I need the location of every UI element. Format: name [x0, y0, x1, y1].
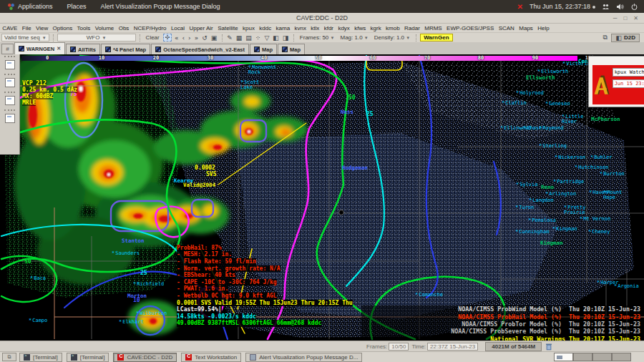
multi-pane-icon[interactable]: ◨: [281, 34, 290, 41]
menu-item[interactable]: View: [34, 25, 51, 31]
menu-item[interactable]: Volume: [92, 25, 116, 31]
menu-item[interactable]: Maps: [517, 25, 535, 31]
tab-close-icon[interactable]: ✕: [57, 46, 61, 52]
menu-item[interactable]: kmob: [384, 25, 402, 31]
taskbar-window-button[interactable]: CAVE:DDC - D2D: [113, 353, 177, 362]
editor-tab[interactable]: Map ✕: [250, 44, 277, 54]
drag-grip[interactable]: [4, 56, 15, 59]
workspace-4[interactable]: [612, 353, 631, 361]
radar-map-display[interactable]: 0102030405060708090100 VictoriaWilsonEll…: [0, 54, 644, 341]
perspective-icon[interactable]: ⧉: [602, 34, 608, 41]
map-label: Ness: [341, 109, 353, 114]
volume-icon[interactable]: [616, 3, 624, 11]
menu-item[interactable]: kdyx: [336, 25, 352, 31]
map-label: Richfield: [133, 282, 164, 287]
places-menu[interactable]: Places: [60, 0, 94, 13]
readout-line: - MESH: 2.17 in.: [177, 251, 232, 258]
print-icon[interactable]: ▤: [245, 34, 253, 41]
taskbar-window-button[interactable]: [Terminal]: [19, 353, 62, 362]
menu-item[interactable]: Tools: [74, 25, 92, 31]
clear-data-icon[interactable]: ▽: [263, 34, 270, 41]
prev-frame-icon[interactable]: ‹: [181, 34, 186, 41]
window-list-button[interactable]: ⧉: [2, 353, 16, 361]
warngen-button[interactable]: WarnGen: [420, 34, 452, 41]
menu-item[interactable]: kvnx: [292, 25, 308, 31]
swap-panes-icon[interactable]: ◧: [272, 34, 280, 41]
trash-icon[interactable]: [545, 343, 552, 351]
editor-tab[interactable]: Map ✕: [278, 44, 305, 54]
menu-item[interactable]: kfws: [352, 25, 368, 31]
legend-line[interactable]: NOAA/CIMSS ProbHail Model (%) Thu 20:10Z…: [361, 313, 640, 321]
menu-item[interactable]: File: [20, 25, 34, 31]
loop-icon[interactable]: ↺: [201, 34, 209, 41]
menu-item[interactable]: MRMS: [422, 25, 444, 31]
drag-grip[interactable]: [4, 74, 15, 77]
drag-grip[interactable]: [4, 109, 15, 112]
menu-item[interactable]: CAVE: [0, 25, 20, 31]
legend-line[interactable]: National SVR Warnings Thu 20:11Z 15-Jun-…: [361, 336, 640, 341]
menu-item[interactable]: SCAN: [496, 25, 517, 31]
menu-item[interactable]: Obs: [117, 25, 132, 31]
window-titlebar[interactable]: CAVE:DDC - D2D ─ □ ✕: [0, 13, 644, 24]
menu-item[interactable]: kddc: [257, 25, 273, 31]
menu-item[interactable]: Radar: [402, 25, 422, 31]
pane-thumbnail[interactable]: [5, 114, 15, 123]
frames-value[interactable]: 10/50: [389, 343, 409, 351]
editor-tab[interactable]: AllTilts ✕: [66, 44, 100, 54]
alertviz-window-menu[interactable]: Alert Visualization Popup Message Dialog: [94, 0, 228, 13]
menu-item[interactable]: Satellite: [215, 25, 240, 31]
image-properties-icon[interactable]: ▦: [235, 34, 243, 41]
menu-item[interactable]: kpux: [240, 25, 257, 31]
menu-item[interactable]: Help: [535, 25, 552, 31]
time-options-icon[interactable]: ▣: [210, 34, 218, 41]
editor-tab[interactable]: OctaneSpeedSandwich_v2-East ✕: [151, 44, 249, 54]
alertviz-popup[interactable]: kpux Watch Jun 15 23:2: [588, 56, 644, 107]
frame-tool-icon[interactable]: ✣: [163, 34, 172, 41]
legend-line[interactable]: NOAA/CIMSS ProbTor Model (%) Thu 20:10Z …: [361, 321, 640, 328]
workspace-3[interactable]: [592, 353, 612, 361]
menu-item[interactable]: NCEP/Hydro: [132, 25, 169, 31]
menu-item[interactable]: ktlx: [308, 25, 321, 31]
menu-item[interactable]: Local: [169, 25, 187, 31]
first-frame-icon[interactable]: «: [173, 34, 180, 41]
menu-item[interactable]: EWP-GOES/JPSS: [444, 25, 497, 31]
readout-line: - CAPE -10C to -30C: 764 J/kg: [177, 279, 277, 286]
menu-item[interactable]: Upper Air: [187, 25, 215, 31]
points-icon[interactable]: ⁘: [254, 34, 262, 41]
users-icon[interactable]: [602, 3, 610, 11]
menu-item[interactable]: kama: [273, 25, 292, 31]
valid-time-combo[interactable]: Valid time seq▼: [1, 34, 49, 41]
mag-combo[interactable]: Mag: 1.0 ▼: [338, 34, 370, 41]
last-frame-icon[interactable]: »: [193, 34, 200, 41]
drag-grip[interactable]: [4, 92, 15, 94]
wfo-combo[interactable]: WFO▼: [57, 34, 136, 41]
power-icon[interactable]: [630, 3, 638, 11]
clear-button[interactable]: Clear: [144, 34, 162, 41]
menu-item[interactable]: kgrk: [368, 25, 384, 31]
time-value[interactable]: 22:37Z 15-Jun-23: [427, 343, 478, 351]
pane-thumbnail[interactable]: [5, 78, 15, 87]
taskbar-window-button[interactable]: [Terminal]: [67, 353, 109, 362]
alert-close-icon[interactable]: ✕: [517, 3, 523, 11]
d2d-perspective-button[interactable]: ◧ D2D: [611, 34, 640, 42]
editor-corner-button[interactable]: #: [1, 44, 14, 54]
applications-menu[interactable]: Applications: [0, 0, 60, 13]
pane-thumbnail[interactable]: [5, 96, 15, 105]
workspace-1[interactable]: [554, 353, 573, 361]
menu-item[interactable]: Options: [50, 25, 74, 31]
taskbar-window-button[interactable]: Text Workstation: [181, 353, 241, 362]
pane-thumbnail[interactable]: [5, 60, 15, 69]
workspace-2[interactable]: [573, 353, 592, 361]
density-combo[interactable]: Density: 1.0 ▼: [372, 34, 412, 41]
clock[interactable]: Thu Jun 15, 22:37:18: [530, 3, 595, 10]
editor-tab[interactable]: WARNGEN ✕: [14, 42, 65, 54]
legend-line[interactable]: NOAA/CIMSS ProbWind Model (%) Thu 20:10Z…: [361, 305, 640, 313]
next-frame-icon[interactable]: ›: [187, 34, 192, 41]
editor-tab[interactable]: *4 Panel Map ✕: [101, 44, 150, 54]
taskbar-window-button[interactable]: Alert Visualization Popup Message D...: [245, 353, 362, 362]
legend-line[interactable]: NOAA/CIMSS ProbSevere Model (%) Thu 20:1…: [361, 328, 640, 335]
readout-line: - Wetbulb 0C hgt: 9.0 kft AGL: [177, 293, 277, 300]
menu-item[interactable]: kfdr: [322, 25, 336, 31]
pencil-icon[interactable]: ✎: [226, 34, 234, 41]
frames-combo[interactable]: Frames: 50 ▼: [298, 34, 337, 41]
